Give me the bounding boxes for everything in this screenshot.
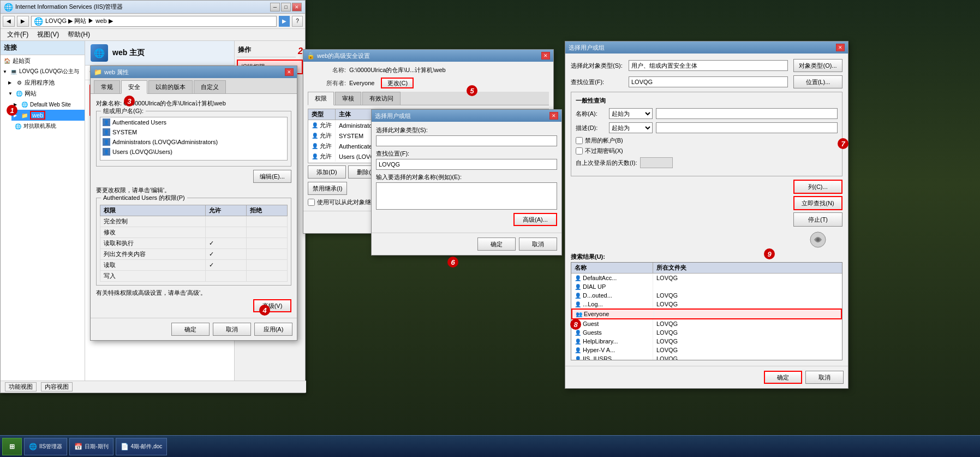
result-everyone[interactable]: 👥 Everyone (571, 308, 842, 319)
props-apply-button[interactable]: 应用(A) (254, 323, 292, 336)
svg-point-1 (816, 238, 820, 241)
columns-button[interactable]: 列(C)... (793, 180, 842, 194)
main-ok-button[interactable]: 确定 (764, 371, 802, 384)
inner-name-input-box[interactable] (376, 182, 557, 210)
menu-file[interactable]: 文件(F) (3, 29, 33, 40)
forward-button[interactable]: ▶ (17, 16, 29, 27)
col-name: 名称 (571, 263, 653, 273)
expand-arrow-default: ▶ (14, 102, 19, 107)
edit-perms-button[interactable]: 编辑(E)... (253, 170, 291, 183)
search-now-button[interactable]: 立即查找(N) (793, 196, 842, 210)
result-helplibrary[interactable]: 👤 HelpLibrary... LOVQG (571, 337, 842, 346)
adv-tab-audit[interactable]: 审核 (335, 92, 361, 105)
taskbar-journal[interactable]: 📅 日期-期刊 (69, 438, 113, 455)
query-name-select[interactable]: 起始为 (609, 108, 653, 119)
close-button[interactable]: ✕ (292, 3, 302, 11)
adv-tab-effective[interactable]: 有效访问 (362, 92, 401, 105)
main-location-input[interactable] (629, 76, 788, 87)
status-feature-view[interactable]: 功能视图 (5, 382, 37, 391)
inner-location-input[interactable] (376, 159, 557, 170)
minimize-button[interactable]: ─ (270, 3, 280, 11)
user-auth-label: Authenticated Users (112, 119, 166, 126)
default-site-icon: 🌐 (20, 100, 29, 109)
adv-add-button[interactable]: 添加(D) (308, 165, 346, 179)
adv-disable-inherit-button[interactable]: 禁用继承(I) (308, 182, 347, 195)
result-dialup[interactable]: 👤 DIAL UP (571, 282, 842, 291)
back-button[interactable]: ◀ (3, 16, 15, 27)
status-content-view[interactable]: 内容视图 (41, 382, 73, 391)
tree-item-lovqg[interactable]: ▼ 💻 LOVQG (LOVQG\公主与 (1, 66, 85, 77)
days-input[interactable] (640, 157, 673, 168)
result-drouted[interactable]: 👤 D...outed... LOVQG (571, 291, 842, 300)
result-hypervA[interactable]: 👤 Hyper-V A... LOVQG (571, 346, 842, 354)
tree-item-start[interactable]: 🏠 起始页 (1, 55, 85, 66)
perm-allow-list: ✓ (205, 249, 246, 260)
query-name-input[interactable] (656, 108, 838, 119)
query-desc-select[interactable]: 起始为 (609, 122, 653, 133)
main-obj-type-input[interactable] (629, 60, 788, 71)
menu-view[interactable]: 视图(V) (33, 29, 63, 40)
props-dialog-titlebar: 📁 web 属性 ✕ (91, 66, 297, 78)
tree-item-apppool[interactable]: ▶ ⚙ 应用程序池 (6, 77, 85, 88)
perm-allow-full (205, 216, 246, 227)
center-title: web 主页 (112, 48, 145, 58)
stop-button[interactable]: 停止(T) (793, 212, 842, 227)
noexpiry-checkbox[interactable] (576, 147, 583, 155)
user-row-auth[interactable]: 👤 Authenticated Users (100, 117, 287, 127)
inner-ok-button[interactable]: 确定 (477, 238, 516, 251)
tree-item-web[interactable]: ▶ 📁 web (11, 110, 85, 121)
main-dialog-buttons: 确定 取消 (565, 366, 848, 388)
select-user-inner-close[interactable]: ✕ (549, 112, 558, 120)
inner-cancel-button[interactable]: 取消 (519, 238, 557, 251)
taskbar-doc[interactable]: 📄 4期-邮件,doc (116, 438, 168, 455)
select-user-main-content: 选择此对象类型(S): 对象类型(O)... 查找位置(F): 位置(L)...… (565, 54, 848, 366)
perms-col-deny: 拒绝 (246, 205, 287, 216)
menu-help[interactable]: 帮助(H) (63, 29, 94, 40)
result-folder-drouted: LOVQG (653, 291, 842, 300)
result-log[interactable]: 👤 ...Log... LOVQG (571, 300, 842, 308)
inner-dialog-buttons: 确定 取消 (372, 233, 561, 255)
main-cancel-button[interactable]: 取消 (805, 371, 844, 384)
change-owner-button[interactable]: 更改(C) (381, 78, 414, 88)
search-results-list[interactable]: 名称 所在文件夹 👤 DefaultAcc... LOVQG 👤 DIAL UP (571, 262, 842, 360)
inner-input-label: 输入要选择的对象名称(例如)(E): (376, 173, 557, 181)
main-obj-type-button[interactable]: 对象类型(O)... (793, 59, 842, 72)
adv-replace-checkbox[interactable] (308, 199, 315, 206)
props-ok-button[interactable]: 确定 (171, 323, 210, 336)
user-row-system[interactable]: 👤 SYSTEM (100, 127, 287, 137)
result-guest[interactable]: 👤 Guest LOVQG (571, 319, 842, 328)
user-row-admin[interactable]: 👤 Administrators (LOVQG\Administrators) (100, 137, 287, 147)
tree-item-combat[interactable]: 🌐 对抗联机系统 (11, 121, 85, 132)
start-button[interactable]: ⊞ (2, 438, 22, 455)
tree-item-default[interactable]: ▶ 🌐 Default Web Site (11, 99, 85, 110)
inner-advanced-button[interactable]: 高级(A)... (513, 213, 557, 226)
advanced-button[interactable]: 高级(V) (253, 299, 291, 312)
user-row-users[interactable]: 👤 Users (LOVQG\Users) (100, 147, 287, 157)
result-iis-iusrs[interactable]: 👤 IIS_IUSRS LOVQG (571, 354, 842, 360)
props-close-button[interactable]: ✕ (285, 68, 294, 76)
adv-tab-perms[interactable]: 权限 (308, 92, 334, 105)
maximize-button[interactable]: □ (281, 3, 291, 11)
help-button[interactable]: ? (292, 16, 303, 27)
result-guests[interactable]: 👤 Guests LOVQG (571, 328, 842, 337)
checkbox-noexpiry: 不过期密码(X) (576, 147, 838, 155)
tab-general[interactable]: 常规 (94, 80, 120, 93)
adv-security-close[interactable]: ✕ (541, 52, 550, 60)
main-location-button[interactable]: 位置(L)... (793, 75, 842, 88)
select-user-main-close[interactable]: ✕ (836, 44, 845, 51)
result-name-guest: 👤 Guest (571, 319, 653, 328)
tab-custom[interactable]: 自定义 (194, 80, 226, 93)
inner-obj-type-input[interactable] (376, 135, 557, 146)
tab-previous[interactable]: 以前的版本 (148, 80, 193, 93)
perm-write: 写入 (100, 271, 288, 282)
result-defaultacc[interactable]: 👤 DefaultAcc... LOVQG (571, 274, 842, 282)
go-button[interactable]: ▶ (279, 16, 290, 27)
disabled-accounts-checkbox[interactable] (576, 137, 583, 144)
props-cancel-button[interactable]: 取消 (213, 323, 251, 336)
ops-header-row: 操作 2 (237, 43, 303, 60)
main-location-row: 查找位置(F): 位置(L)... (571, 75, 842, 88)
taskbar-iis[interactable]: 🌐 IIS管理器 (24, 438, 67, 455)
tab-security[interactable]: 安全 (121, 80, 147, 94)
query-desc-input[interactable] (656, 122, 838, 133)
tree-item-website[interactable]: ▼ 🌐 网站 (6, 88, 85, 99)
